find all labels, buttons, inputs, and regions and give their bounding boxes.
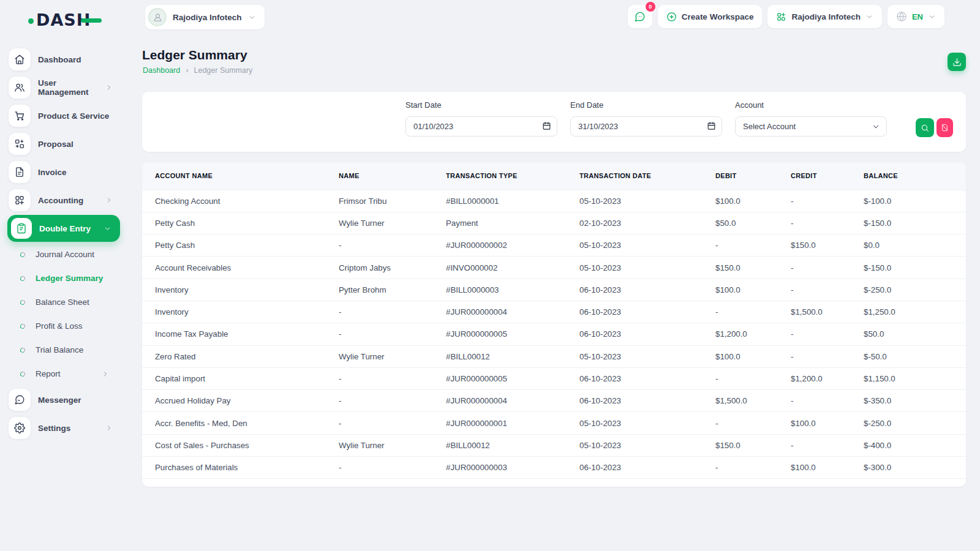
cell-transaction-date: 05-10-2023 [579,434,715,456]
cell-account-name: Petty Cash [142,234,339,257]
account-label: Account [735,100,887,110]
calendar-icon[interactable] [542,121,551,130]
cell-transaction-type: #BILL0000003 [446,279,579,301]
bullet-icon [20,370,26,377]
chevron-right-icon [105,84,113,91]
cell-transaction-type: #JUR000000004 [446,390,579,412]
submenu-item-report[interactable]: Report [0,362,123,386]
app-logo[interactable]: DASH [28,10,102,29]
sidebar-item-product-service[interactable]: Product & Service [0,102,123,130]
cell-debit: $150.0 [715,434,791,456]
col-debit: DEBIT [715,162,791,190]
chevron-down-icon [872,122,880,131]
ledger-table: ACCOUNT NAME NAME TRANSACTION TYPE TRANS… [142,162,966,479]
cell-debit: $1,500.0 [715,390,791,412]
cell-account-name: Purchases of Materials [142,457,339,479]
cell-balance: $-150.0 [864,257,966,279]
submenu-item-journal-account[interactable]: Journal Account [0,242,123,266]
cell-name: - [339,390,446,412]
col-name: NAME [339,162,446,190]
col-credit: CREDIT [791,162,864,190]
end-date-input[interactable] [570,116,722,137]
breadcrumb-separator: › [186,66,188,75]
search-button[interactable] [916,118,934,137]
cell-transaction-type: #JUR000000001 [446,412,579,434]
sidebar-item-user-management[interactable]: User Management [0,73,123,102]
start-date-input[interactable] [405,116,557,137]
submenu-item-profit-loss[interactable]: Profit & Loss [0,314,123,338]
cell-transaction-date: 06-10-2023 [579,457,715,479]
cell-debit: - [715,234,791,257]
cell-credit: $1,200.0 [791,367,864,389]
download-icon [952,58,962,67]
table-row: Accrued Holiday Pay - #JUR000000004 06-1… [142,390,966,412]
cell-balance: $50.0 [864,323,966,345]
breadcrumb: Dashboard › Ledger Summary [143,66,252,75]
cell-transaction-date: 05-10-2023 [579,345,715,367]
cell-balance: $1,250.0 [864,301,966,323]
cell-name: Wylie Turner [339,212,446,234]
cell-transaction-date: 06-10-2023 [579,367,715,389]
sidebar-item-proposal[interactable]: Proposal [0,130,123,158]
submenu-item-balance-sheet[interactable]: Balance Sheet [0,290,123,314]
calendar-icon[interactable] [707,121,716,130]
cell-credit: - [791,434,864,456]
sidebar-item-double-entry[interactable]: Double Entry [7,215,120,242]
bullet-icon [20,323,26,329]
cell-credit: $150.0 [791,234,864,257]
cell-transaction-date: 05-10-2023 [579,190,715,212]
cell-account-name: Inventory [142,279,339,301]
cell-name: - [339,323,446,345]
table-row: Zero Rated Wylie Turner #BILL00012 05-10… [142,345,966,367]
cell-name: Wylie Turner [339,345,446,367]
cell-transaction-date: 06-10-2023 [579,390,715,412]
table-row: Petty Cash - #JUR000000002 05-10-2023 - … [142,234,966,257]
cell-debit: - [715,367,791,389]
table-row: Capital import - #JUR000000005 06-10-202… [142,367,966,389]
cell-balance: $-150.0 [864,212,966,234]
bullet-icon [20,347,26,353]
cell-balance: $-250.0 [864,279,966,301]
table-row: Purchases of Materials - #JUR000000003 0… [142,457,966,479]
breadcrumb-dashboard-link[interactable]: Dashboard [143,66,180,75]
cell-credit: - [791,190,864,212]
reset-button[interactable] [937,118,953,137]
sidebar: Dashboard User Management Product & Serv… [0,45,123,442]
cell-name: Frimsor Tribu [339,190,446,212]
cell-name: Criptom Jabys [339,257,446,279]
account-select[interactable]: Select Account [735,116,887,137]
users-icon [9,77,31,99]
cell-debit: $1,200.0 [715,323,791,345]
cell-transaction-type: #JUR000000005 [446,367,579,389]
proposal-icon [9,133,31,155]
cell-debit: $50.0 [715,212,791,234]
ledger-table-card: ACCOUNT NAME NAME TRANSACTION TYPE TRANS… [142,162,966,487]
cell-transaction-date: 05-10-2023 [579,257,715,279]
cell-name: Wylie Turner [339,434,446,456]
cell-transaction-date: 06-10-2023 [579,323,715,345]
submenu-item-ledger-summary[interactable]: Ledger Summary [0,266,123,290]
filter-card: Start Date End Date Account Select Accou… [142,92,966,152]
page-title: Ledger Summary [142,48,247,62]
cell-balance: $-400.0 [864,434,966,456]
cell-balance: $-100.0 [864,190,966,212]
submenu-item-trial-balance[interactable]: Trial Balance [0,338,123,362]
cell-transaction-type: #BILL00012 [446,434,579,456]
chevron-right-icon [105,424,113,432]
cell-transaction-type: #INVO000002 [446,257,579,279]
cell-account-name: Capital import [142,367,339,389]
cell-account-name: Inventory [142,301,339,323]
sidebar-item-messenger[interactable]: Messenger [0,386,123,414]
cell-debit: - [715,412,791,434]
cell-account-name: Account Receivables [142,257,339,279]
sidebar-item-dashboard[interactable]: Dashboard [0,45,123,73]
sidebar-item-invoice[interactable]: Invoice [0,158,123,186]
download-button[interactable] [948,53,966,71]
cart-icon [9,105,31,127]
cell-transaction-type: #BILL00012 [446,345,579,367]
cell-balance: $0.0 [864,234,966,257]
table-row: Income Tax Payable - #JUR000000005 06-10… [142,323,966,345]
cell-transaction-type: #BILL0000001 [446,190,579,212]
sidebar-item-accounting[interactable]: Accounting [0,186,123,214]
sidebar-item-settings[interactable]: Settings [0,414,123,442]
